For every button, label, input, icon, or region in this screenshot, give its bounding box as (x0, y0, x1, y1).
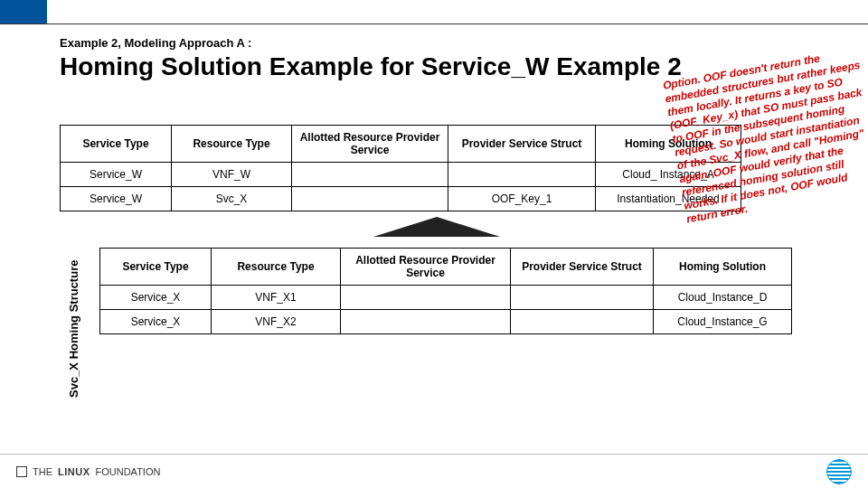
cell-service-type: Service_X (100, 310, 212, 334)
att-globe-icon (826, 459, 852, 484)
homing-table-service-w: Service Type Resource Type Allotted Reso… (60, 125, 741, 211)
cell-homing: Cloud_Instance_G (654, 310, 792, 334)
cell-arp-service (292, 163, 448, 187)
accent-block (0, 0, 47, 23)
brand-pre: THE (33, 466, 52, 477)
col-homing-solution: Homing Solution (654, 249, 792, 286)
col-resource-type: Resource Type (172, 126, 292, 163)
arrow-up-icon (373, 217, 500, 237)
col-arp-service: Allotted Resource Provider Service (341, 249, 511, 286)
col-arp-service: Allotted Resource Provider Service (292, 126, 448, 163)
col-provider-struct: Provider Service Struct (511, 249, 654, 286)
table-header-row: Service Type Resource Type Allotted Reso… (100, 249, 792, 286)
option-note: Option. OOF doesn't return the embedded … (662, 45, 868, 227)
col-service-type: Service Type (100, 249, 212, 286)
cell-arp-service (292, 187, 448, 211)
cell-resource-type: VNF_X1 (212, 286, 341, 310)
col-provider-struct: Provider Service Struct (448, 126, 596, 163)
cell-service-type: Service_X (100, 286, 212, 310)
cell-resource-type: VNF_W (172, 163, 292, 187)
brand-main: LINUX (58, 466, 90, 477)
table-row: Service_X VNF_X1 Cloud_Instance_D (100, 286, 792, 310)
slide-superheading: Example 2, Modeling Approach A : (60, 36, 251, 50)
linux-foundation-logo: THE LINUX FOUNDATION (16, 466, 160, 477)
footer: THE LINUX FOUNDATION (0, 454, 868, 488)
cell-homing: Cloud_Instance_D (654, 286, 792, 310)
cell-provider-struct (511, 310, 654, 334)
slide-title: Homing Solution Example for Service_W Ex… (60, 52, 682, 81)
cell-provider-struct (511, 286, 654, 310)
brand-post: FOUNDATION (96, 466, 161, 477)
col-resource-type: Resource Type (212, 249, 341, 286)
cell-arp-service (341, 286, 511, 310)
top-rule (0, 23, 868, 24)
cell-arp-service (341, 310, 511, 334)
cell-provider-struct: OOF_Key_1 (448, 187, 596, 211)
svc-x-vertical-label: Svc_X Homing Structure (60, 248, 87, 410)
cell-resource-type: VNF_X2 (212, 310, 341, 334)
cell-service-type: Service_W (61, 163, 172, 187)
table-row: Service_X VNF_X2 Cloud_Instance_G (100, 310, 792, 334)
col-service-type: Service Type (61, 126, 172, 163)
table-row: Service_W VNF_W Cloud_ Instance_A (61, 163, 741, 187)
table-row: Service_W Svc_X OOF_Key_1 Instantiation_… (61, 187, 741, 211)
slide: Example 2, Modeling Approach A : Homing … (0, 0, 868, 488)
cell-service-type: Service_W (61, 187, 172, 211)
homing-table-svc-x: Service Type Resource Type Allotted Reso… (99, 248, 792, 334)
logo-square-icon (16, 466, 27, 477)
cell-provider-struct (448, 163, 596, 187)
cell-resource-type: Svc_X (172, 187, 292, 211)
table-header-row: Service Type Resource Type Allotted Reso… (61, 126, 741, 163)
